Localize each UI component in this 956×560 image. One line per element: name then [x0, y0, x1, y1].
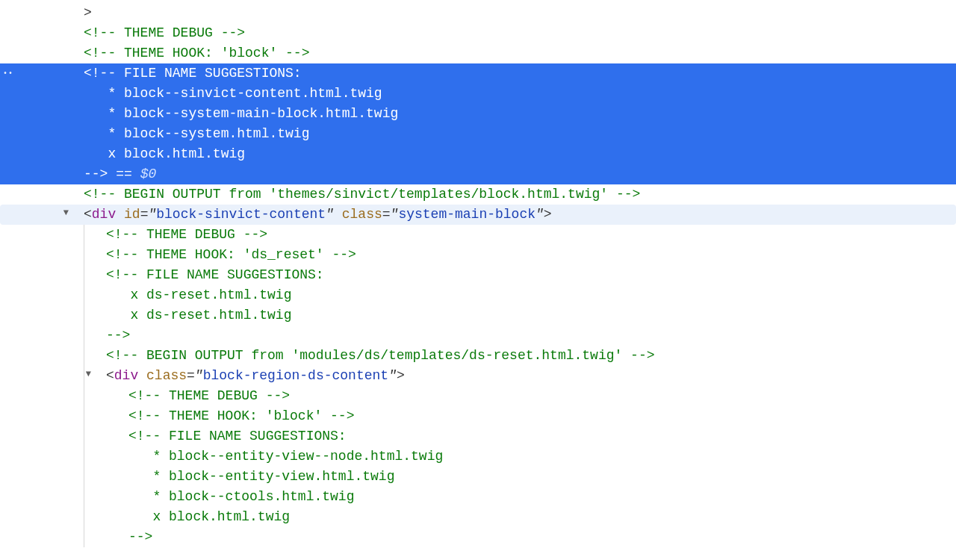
code-line-comment[interactable]: * block--ctools.html.twig [0, 487, 956, 507]
attr-class-value: system-main-block [398, 207, 536, 222]
comment-text: <!-- THEME DEBUG --> [69, 227, 267, 242]
comment-text: <!-- FILE NAME SUGGESTIONS: [69, 267, 324, 282]
code-line-comment[interactable]: * block--entity-view.html.twig [0, 467, 956, 487]
comment-text: <!-- THEME HOOK: 'block' --> [69, 46, 309, 60]
code-line-comment[interactable]: <!-- FILE NAME SUGGESTIONS: [0, 265, 956, 285]
comment-suggestion: * block--entity-view.html.twig [69, 469, 394, 484]
attr-id: id [124, 207, 140, 222]
comment-text: <!-- FILE NAME SUGGESTIONS: [69, 66, 302, 81]
ellipsis-icon: •• [3, 68, 13, 79]
comment-suggestion: * block--system-main-block.html.twig [69, 106, 398, 121]
comment-suggestion: x block.html.twig [69, 509, 290, 524]
code-line-comment[interactable]: <!-- FILE NAME SUGGESTIONS: [0, 426, 956, 447]
comment-end: --> [84, 167, 108, 181]
comment-suggestion: x ds-reset.html.twig [69, 287, 291, 302]
code-line-comment[interactable]: --> [0, 527, 956, 547]
code-line-comment[interactable]: x block.html.twig [0, 507, 956, 527]
attr-class: class [146, 368, 187, 383]
comment-text: <!-- THEME HOOK: 'block' --> [69, 408, 354, 423]
code-line-comment[interactable]: <!-- THEME DEBUG --> [0, 386, 956, 406]
comment-suggestion: x block.html.twig [69, 146, 245, 161]
comment-suggestion: * block--sinvict-content.html.twig [69, 86, 382, 101]
comment-suggestion: * block--system.html.twig [69, 126, 309, 141]
comment-suggestion: * block--entity-view--node.html.twig [69, 449, 443, 464]
code-line-selected[interactable]: * block--system-main-block.html.twig [0, 104, 956, 124]
code-line-comment[interactable]: <!-- BEGIN OUTPUT from 'themes/sinvict/t… [0, 184, 956, 205]
tag-name: div [92, 207, 116, 222]
code-line-selected[interactable]: --> == $0 [0, 164, 956, 184]
comment-text: <!-- FILE NAME SUGGESTIONS: [69, 429, 347, 444]
code-line-element[interactable]: ▼<div id="block-sinvict-content" class="… [0, 205, 956, 225]
code-line-comment[interactable]: <!-- THEME HOOK: 'block' --> [0, 43, 956, 63]
tag-name: div [114, 368, 138, 383]
stray-close: > [69, 5, 92, 20]
attr-class: class [342, 207, 382, 222]
comment-text: <!-- THEME DEBUG --> [69, 388, 290, 403]
comment-suggestion: * block--ctools.html.twig [69, 489, 354, 504]
code-line-comment[interactable]: x ds-reset.html.twig [0, 285, 956, 305]
code-line-element[interactable]: ▼<div class="block-region-ds-content"> [0, 366, 956, 386]
code-line-selected[interactable]: * block--sinvict-content.html.twig [0, 84, 956, 104]
comment-end: --> [69, 328, 130, 343]
comment-end: --> [69, 529, 152, 544]
code-line[interactable]: > [0, 3, 956, 23]
comment-text: <!-- BEGIN OUTPUT from 'modules/ds/templ… [69, 348, 655, 363]
code-line-comment[interactable]: <!-- THEME DEBUG --> [0, 225, 956, 245]
eq-ghost: == [108, 167, 140, 181]
dollar-zero: $0 [140, 167, 157, 181]
attr-class-value: block-region-ds-content [203, 368, 388, 383]
chevron-down-icon[interactable]: ▼ [63, 206, 69, 220]
code-line-selected[interactable]: ••<!-- FILE NAME SUGGESTIONS: [0, 63, 956, 84]
comment-suggestion: x ds-reset.html.twig [69, 308, 291, 323]
code-line-selected[interactable]: * block--system.html.twig [0, 124, 956, 144]
code-line-comment[interactable]: <!-- THEME HOOK: 'block' --> [0, 406, 956, 426]
chevron-down-icon[interactable]: ▼ [86, 367, 91, 381]
code-line-comment[interactable]: x ds-reset.html.twig [0, 305, 956, 326]
comment-text: <!-- BEGIN OUTPUT from 'themes/sinvict/t… [69, 187, 640, 202]
code-line-comment[interactable]: <!-- BEGIN OUTPUT from 'modules/ds/templ… [0, 346, 956, 366]
code-line-comment[interactable]: <!-- THEME HOOK: 'ds_reset' --> [0, 245, 956, 265]
code-line-comment[interactable]: --> [0, 326, 956, 346]
attr-id-value: block-sinvict-content [156, 207, 326, 222]
comment-text: <!-- THEME HOOK: 'ds_reset' --> [69, 247, 356, 262]
code-line-comment[interactable]: <!-- THEME DEBUG --> [0, 23, 956, 43]
comment-text: <!-- THEME DEBUG --> [69, 25, 245, 40]
code-line-selected[interactable]: x block.html.twig [0, 144, 956, 164]
code-line-comment[interactable]: * block--entity-view--node.html.twig [0, 447, 956, 467]
